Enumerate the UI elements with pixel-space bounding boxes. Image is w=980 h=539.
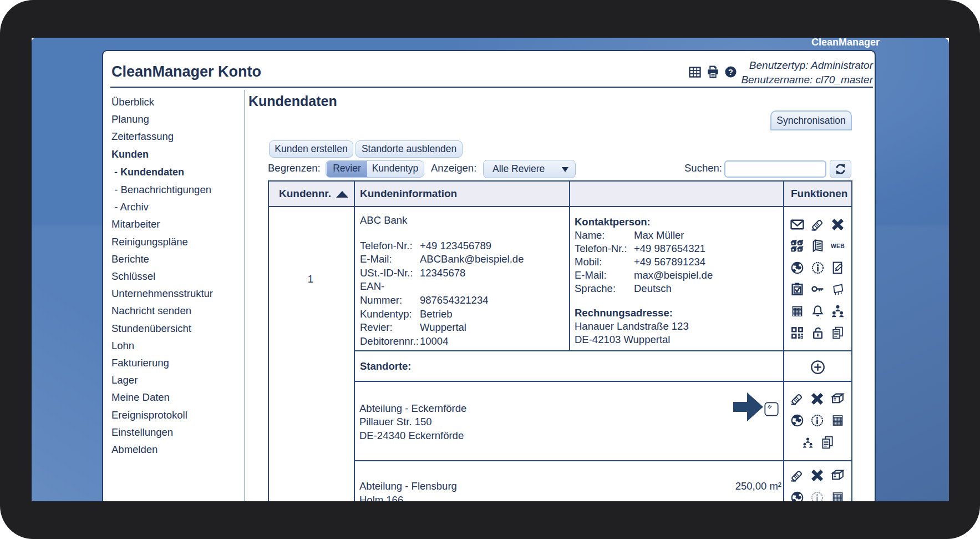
- svg-text:WEB: WEB: [831, 243, 845, 249]
- svg-text:?: ?: [728, 68, 733, 77]
